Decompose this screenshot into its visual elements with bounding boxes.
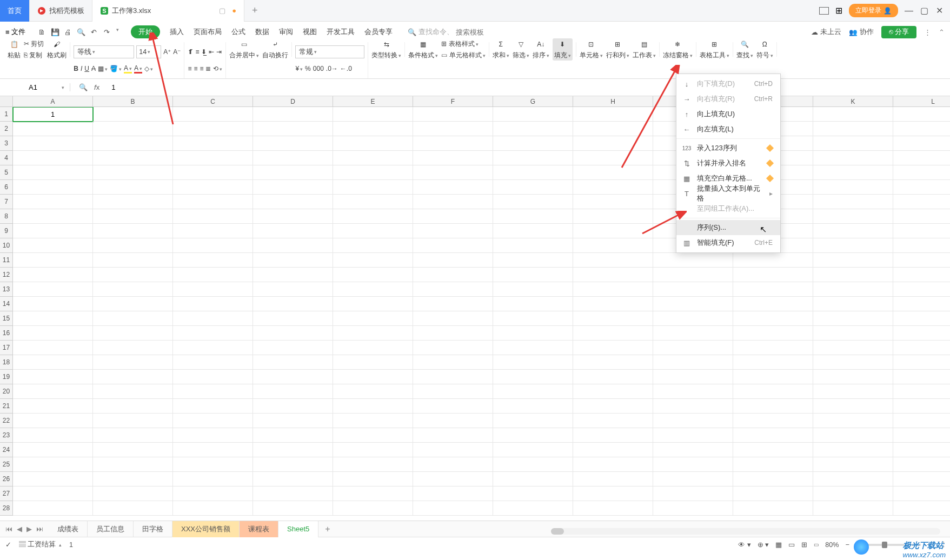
- cell-F27[interactable]: [413, 486, 493, 501]
- cell-B20[interactable]: [93, 384, 173, 399]
- maximize-button[interactable]: ▢: [920, 5, 928, 16]
- cell-G20[interactable]: [493, 384, 573, 399]
- cell-H26[interactable]: [573, 472, 653, 486]
- cell-G21[interactable]: [493, 399, 573, 414]
- cell-B23[interactable]: [93, 428, 173, 443]
- clear-format-button[interactable]: ◇▾: [144, 65, 153, 72]
- cell-D24[interactable]: [253, 443, 333, 457]
- cell-F24[interactable]: [413, 443, 493, 457]
- cell-F14[interactable]: [413, 297, 493, 311]
- cell-G17[interactable]: [493, 341, 573, 355]
- align-middle-icon[interactable]: ≡: [195, 48, 199, 56]
- menu-review[interactable]: 审阅: [279, 27, 293, 37]
- wrap-text-button[interactable]: ⤶ 自动换行: [262, 39, 288, 60]
- align-bottom-icon[interactable]: ⬇̲: [201, 48, 207, 56]
- cell-J26[interactable]: [733, 472, 813, 486]
- cell-C4[interactable]: [173, 151, 253, 165]
- qat-preview-icon[interactable]: 🔍: [76, 27, 86, 37]
- cut-button[interactable]: ✂ 剪切: [24, 39, 44, 49]
- login-button[interactable]: 立即登录 👤: [849, 4, 898, 17]
- file-menu[interactable]: ≡ 文件: [5, 27, 25, 37]
- percent-icon[interactable]: %: [305, 65, 311, 72]
- cell-button[interactable]: ⊡单元格▾: [580, 39, 603, 60]
- col-header-L[interactable]: L: [893, 96, 950, 106]
- filter-button[interactable]: ▽筛选▾: [513, 39, 529, 60]
- cell-B13[interactable]: [93, 282, 173, 297]
- cell-F11[interactable]: [413, 253, 493, 268]
- formula-input[interactable]: 1: [108, 83, 950, 91]
- sheet-next-icon[interactable]: ▶: [26, 525, 32, 533]
- cell-I15[interactable]: [653, 311, 733, 326]
- format-painter-button[interactable]: 🖌 格式刷: [47, 39, 67, 60]
- align-center-icon[interactable]: ≡: [194, 65, 197, 72]
- cell-L5[interactable]: [893, 165, 950, 180]
- cell-F19[interactable]: [413, 370, 493, 384]
- cell-K17[interactable]: [813, 341, 893, 355]
- cell-B5[interactable]: [93, 165, 173, 180]
- cell-A20[interactable]: [13, 384, 93, 399]
- row-header[interactable]: 21: [0, 399, 13, 414]
- cell-L16[interactable]: [893, 326, 950, 341]
- cell-C23[interactable]: [173, 428, 253, 443]
- cell-C21[interactable]: [173, 399, 253, 414]
- decrease-decimal-icon[interactable]: ←.0: [340, 65, 352, 72]
- cell-E16[interactable]: [333, 326, 413, 341]
- cell-D12[interactable]: [253, 268, 333, 282]
- cell-B8[interactable]: [93, 209, 173, 224]
- cell-C8[interactable]: [173, 209, 253, 224]
- cell-H8[interactable]: [573, 209, 653, 224]
- sheet-first-icon[interactable]: ⏮: [5, 525, 12, 533]
- zoom-minus-icon[interactable]: −: [845, 541, 849, 549]
- cell-B17[interactable]: [93, 341, 173, 355]
- cell-H20[interactable]: [573, 384, 653, 399]
- cond-format-button[interactable]: ▦ 条件格式▾: [408, 39, 438, 60]
- cell-K15[interactable]: [813, 311, 893, 326]
- cell-H13[interactable]: [573, 282, 653, 297]
- cell-D23[interactable]: [253, 428, 333, 443]
- cell-H2[interactable]: [573, 122, 653, 136]
- cell-A7[interactable]: [13, 195, 93, 209]
- cell-J27[interactable]: [733, 486, 813, 501]
- cell-F3[interactable]: [413, 136, 493, 151]
- cell-C10[interactable]: [173, 238, 253, 253]
- cell-D11[interactable]: [253, 253, 333, 268]
- col-header-C[interactable]: C: [173, 96, 253, 106]
- outline-button[interactable]: ▤ 工资结算 ▴: [19, 540, 62, 549]
- cell-I13[interactable]: [653, 282, 733, 297]
- cell-A10[interactable]: [13, 238, 93, 253]
- cell-A22[interactable]: [13, 414, 93, 428]
- row-header[interactable]: 15: [0, 311, 13, 326]
- cell-A11[interactable]: [13, 253, 93, 268]
- row-header[interactable]: 22: [0, 414, 13, 428]
- menu-view[interactable]: 视图: [303, 27, 317, 37]
- cell-A3[interactable]: [13, 136, 93, 151]
- cell-A16[interactable]: [13, 326, 93, 341]
- highlight-button[interactable]: A▾: [124, 64, 132, 74]
- cell-L9[interactable]: [893, 224, 950, 238]
- sheet-tab-4[interactable]: 课程表: [240, 521, 278, 537]
- row-header[interactable]: 11: [0, 253, 13, 268]
- cell-D20[interactable]: [253, 384, 333, 399]
- cell-H24[interactable]: [573, 443, 653, 457]
- rowcol-button[interactable]: ⊞行和列▾: [606, 39, 629, 60]
- cell-B7[interactable]: [93, 195, 173, 209]
- coop-button[interactable]: 👥 协作: [849, 28, 874, 37]
- cell-A4[interactable]: [13, 151, 93, 165]
- cell-J20[interactable]: [733, 384, 813, 399]
- zoom-out-icon[interactable]: ▭: [814, 542, 819, 548]
- sheet-tab-2[interactable]: 田字格: [134, 521, 172, 537]
- cell-G19[interactable]: [493, 370, 573, 384]
- cell-H7[interactable]: [573, 195, 653, 209]
- cell-J16[interactable]: [733, 326, 813, 341]
- sort-button[interactable]: A↓排序▾: [533, 39, 549, 60]
- cell-H28[interactable]: [573, 501, 653, 516]
- cell-style-button[interactable]: ▭ 单元格样式▾: [441, 51, 485, 60]
- cell-E11[interactable]: [333, 253, 413, 268]
- add-sheet-button[interactable]: +: [318, 524, 336, 534]
- cell-J18[interactable]: [733, 355, 813, 370]
- tab-template[interactable]: 找稻壳模板: [30, 0, 92, 22]
- cell-K19[interactable]: [813, 370, 893, 384]
- cell-D27[interactable]: [253, 486, 333, 501]
- cell-A9[interactable]: [13, 224, 93, 238]
- cell-D25[interactable]: [253, 457, 333, 472]
